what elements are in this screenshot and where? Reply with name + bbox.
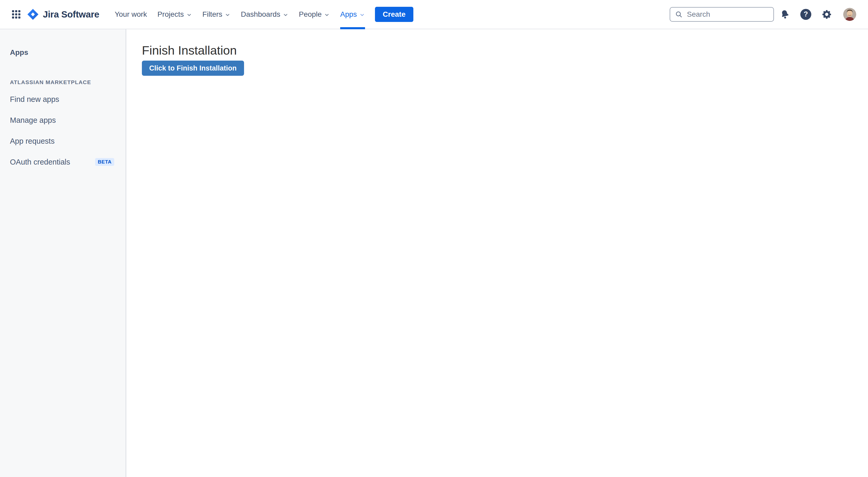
app-switcher-button[interactable]: [10, 9, 22, 20]
logo-text: Jira Software: [43, 9, 99, 20]
chevron-down-icon: [359, 12, 365, 18]
finish-installation-button[interactable]: Click to Finish Installation: [142, 61, 244, 76]
primary-nav: Your work Projects Filters Dashboards: [115, 0, 365, 29]
grid-icon: [11, 9, 21, 19]
help-button[interactable]: ?: [800, 9, 812, 20]
sidebar-item-app-requests[interactable]: App requests: [10, 131, 126, 152]
avatar-photo: [843, 8, 856, 21]
sidebar-item-oauth-credentials[interactable]: OAuth credentials BETA: [10, 152, 126, 172]
nav-item-projects[interactable]: Projects: [157, 0, 192, 29]
nav-item-filters[interactable]: Filters: [203, 0, 230, 29]
chevron-down-icon: [324, 12, 330, 18]
search-input[interactable]: [670, 7, 773, 21]
gear-icon: [822, 9, 832, 19]
nav-item-dashboards[interactable]: Dashboards: [241, 0, 288, 29]
sidebar-item-manage-apps[interactable]: Manage apps: [10, 110, 126, 131]
settings-button[interactable]: [821, 9, 833, 20]
notifications-button[interactable]: [779, 9, 790, 20]
nav-item-people[interactable]: People: [299, 0, 330, 29]
nav-item-your-work[interactable]: Your work: [115, 0, 147, 29]
nav-item-apps[interactable]: Apps: [340, 0, 365, 29]
user-avatar[interactable]: [843, 8, 856, 21]
sidebar-item-find-new-apps[interactable]: Find new apps: [10, 89, 126, 110]
chevron-down-icon: [186, 12, 192, 18]
sidebar: Apps ATLASSIAN MARKETPLACE Find new apps…: [0, 29, 126, 477]
chevron-down-icon: [283, 12, 288, 18]
create-button[interactable]: Create: [375, 7, 413, 22]
search-box: [670, 7, 774, 22]
jira-logo[interactable]: Jira Software: [27, 8, 99, 21]
sidebar-title: Apps: [10, 48, 126, 57]
main-content: Finish Installation Click to Finish Inst…: [127, 29, 868, 76]
chevron-down-icon: [225, 12, 230, 18]
bell-icon: [779, 8, 792, 21]
sidebar-section-label: ATLASSIAN MARKETPLACE: [10, 79, 126, 86]
page-title: Finish Installation: [142, 43, 868, 58]
jira-diamond-icon: [27, 8, 39, 21]
top-navigation-bar: Jira Software Your work Projects Filters…: [0, 0, 868, 29]
sidebar-item-list: Find new apps Manage apps App requests O…: [10, 89, 126, 172]
question-circle-icon: ?: [800, 9, 811, 20]
beta-badge: BETA: [95, 158, 114, 166]
